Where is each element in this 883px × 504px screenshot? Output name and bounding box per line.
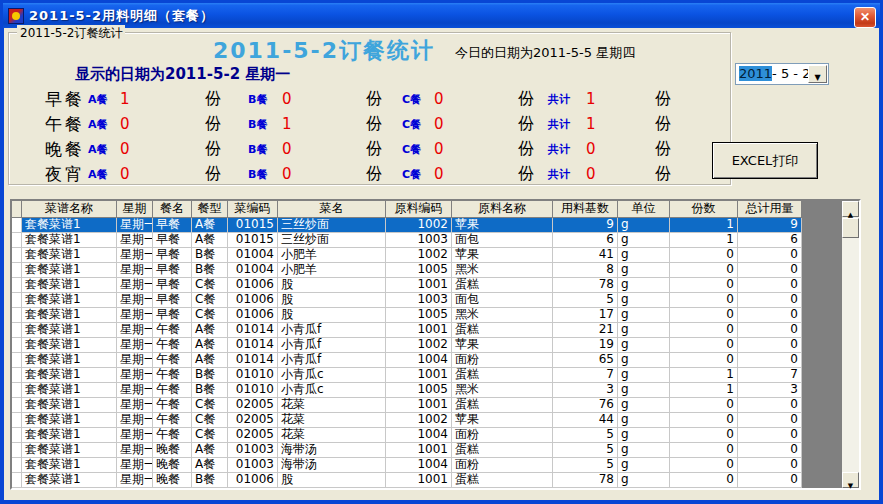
table-cell: g — [618, 218, 670, 233]
record-selector-cell — [12, 398, 22, 413]
meal-type-label: A餐 — [88, 141, 108, 156]
scroll-down-button[interactable]: ▼ — [842, 472, 859, 488]
table-row[interactable]: 套餐菜谱1星期一晚餐B餐01006股1001蛋糕78g00 — [12, 473, 802, 488]
arrow-down-icon: ▼ — [848, 482, 853, 490]
table-cell: 1002 — [386, 248, 452, 263]
table-row[interactable]: 套餐菜谱1星期一午餐C餐02005花菜1002苹果44g00 — [12, 413, 802, 428]
table-row[interactable]: 套餐菜谱1星期一早餐A餐01015三丝炒面1003面包6g16 — [12, 233, 802, 248]
table-cell: g — [618, 428, 670, 443]
total-label: 共计 — [548, 91, 570, 106]
table-cell: 44 — [553, 413, 618, 428]
table-cell: 早餐 — [153, 278, 192, 293]
table-cell: 0 — [670, 353, 738, 368]
vertical-scrollbar[interactable]: ▲ ▼ — [842, 201, 859, 488]
record-selector-cell — [12, 443, 22, 458]
date-combobox[interactable]: 2011- 5 - 2 ▼ — [735, 63, 829, 85]
table-cell: 3 — [738, 383, 802, 398]
table-cell: 0 — [670, 308, 738, 323]
table-cell: 星期一 — [117, 413, 153, 428]
table-cell: 三丝炒面 — [278, 233, 386, 248]
table-row[interactable]: 套餐菜谱1星期一午餐A餐01014小青瓜f1002苹果19g00 — [12, 338, 802, 353]
table-cell: 星期一 — [117, 218, 153, 233]
unit-label: 份 — [518, 88, 534, 109]
table-cell: 76 — [553, 398, 618, 413]
table-row[interactable]: 套餐菜谱1星期一早餐C餐01006股1003面包5g00 — [12, 293, 802, 308]
table-cell: 01004 — [228, 263, 278, 278]
table-cell: 1 — [670, 383, 738, 398]
table-row[interactable]: 套餐菜谱1星期一晚餐A餐01003海带汤1001蛋糕5g00 — [12, 443, 802, 458]
record-selector-cell — [12, 323, 22, 338]
table-row[interactable]: 套餐菜谱1星期一午餐A餐01014小青瓜f1001蛋糕21g00 — [12, 323, 802, 338]
table-cell: 蛋糕 — [452, 368, 553, 383]
table-cell: 0 — [670, 413, 738, 428]
table-cell: 02005 — [228, 413, 278, 428]
meal-count-value: 0 — [434, 115, 444, 133]
unit-label: 份 — [655, 163, 671, 184]
table-cell: 套餐菜谱1 — [22, 323, 117, 338]
table-cell: B餐 — [192, 368, 228, 383]
table-cell: 1001 — [386, 278, 452, 293]
scroll-up-button[interactable]: ▲ — [842, 201, 859, 217]
table-cell: 5 — [553, 443, 618, 458]
table-cell: 01004 — [228, 248, 278, 263]
table-cell: 面粉 — [452, 428, 553, 443]
table-cell: 小青瓜c — [278, 383, 386, 398]
record-selector-cell — [12, 263, 22, 278]
table-cell: 星期一 — [117, 428, 153, 443]
total-count-value: 1 — [586, 90, 596, 108]
table-row[interactable]: 套餐菜谱1星期一午餐C餐02005花菜1001蛋糕76g00 — [12, 398, 802, 413]
total-label: 共计 — [548, 141, 570, 156]
close-button[interactable]: ✕ — [854, 7, 876, 28]
table-row[interactable]: 套餐菜谱1星期一早餐C餐01006股1005黑米17g00 — [12, 308, 802, 323]
table-cell: 7 — [553, 368, 618, 383]
table-row[interactable]: 套餐菜谱1星期一午餐B餐01010小青瓜c1005黑米3g13 — [12, 383, 802, 398]
table-row[interactable]: 套餐菜谱1星期一早餐C餐01006股1001蛋糕78g00 — [12, 278, 802, 293]
table-cell: 黑米 — [452, 308, 553, 323]
table-cell: 0 — [738, 398, 802, 413]
excel-print-button[interactable]: EXCEL打印 — [712, 142, 818, 179]
table-cell: 晚餐 — [153, 458, 192, 473]
table-cell: 0 — [670, 248, 738, 263]
table-row[interactable]: 套餐菜谱1星期一晚餐A餐01003海带汤1004面粉5g00 — [12, 458, 802, 473]
table-cell: 6 — [553, 233, 618, 248]
table-row[interactable]: 套餐菜谱1星期一午餐C餐02005花菜1004面粉5g00 — [12, 428, 802, 443]
table-row[interactable]: 套餐菜谱1星期一午餐B餐01010小青瓜c1001蛋糕7g17 — [12, 368, 802, 383]
meal-count-value: 0 — [282, 165, 292, 183]
table-cell: 蛋糕 — [452, 278, 553, 293]
meal-stats-row: 晚餐A餐0份B餐0份C餐0份共计0份 — [4, 136, 731, 161]
scrollbar-thumb[interactable] — [842, 218, 859, 238]
title-bar: 2011-5-2用料明细（套餐） ✕ — [3, 3, 880, 28]
table-cell: g — [618, 263, 670, 278]
table-row[interactable]: 套餐菜谱1星期一早餐B餐01004小肥羊1005黑米8g00 — [12, 263, 802, 278]
table-row[interactable]: 套餐菜谱1星期一早餐B餐01004小肥羊1002苹果41g00 — [12, 248, 802, 263]
table-cell: 套餐菜谱1 — [22, 473, 117, 488]
table-cell: 股 — [278, 308, 386, 323]
table-row[interactable]: 套餐菜谱1星期一早餐A餐01015三丝炒面1002苹果9g19 — [12, 218, 802, 233]
table-row[interactable]: 套餐菜谱1星期一午餐A餐01014小青瓜f1004面粉65g00 — [12, 353, 802, 368]
table-cell: g — [618, 278, 670, 293]
table-cell: 1001 — [386, 473, 452, 488]
meal-stats-row: 早餐A餐1份B餐0份C餐0份共计1份 — [4, 86, 731, 111]
table-cell: 78 — [553, 473, 618, 488]
table-cell: C餐 — [192, 278, 228, 293]
table-cell: 星期一 — [117, 308, 153, 323]
table-cell: 早餐 — [153, 233, 192, 248]
table-cell: B餐 — [192, 248, 228, 263]
table-cell: 02005 — [228, 398, 278, 413]
combobox-dropdown-button[interactable]: ▼ — [808, 65, 827, 83]
grid-header-cell: 菜编码 — [228, 201, 278, 218]
table-cell: C餐 — [192, 428, 228, 443]
table-cell: 0 — [670, 263, 738, 278]
table-cell: 黑米 — [452, 263, 553, 278]
table-cell: 6 — [738, 233, 802, 248]
grid-header-cell: 原料名称 — [452, 201, 553, 218]
app-window: 2011-5-2用料明细（套餐） ✕ 2011-5-2订餐统计 2011-5-2… — [0, 0, 883, 504]
table-cell: 午餐 — [153, 323, 192, 338]
table-cell: 0 — [670, 398, 738, 413]
table-cell: 0 — [738, 278, 802, 293]
today-date-label: 今日的日期为2011-5-5 星期四 — [455, 44, 635, 62]
meal-type-label: C餐 — [402, 91, 421, 106]
table-cell: A餐 — [192, 458, 228, 473]
table-cell: 股 — [278, 278, 386, 293]
table-cell: 花菜 — [278, 398, 386, 413]
